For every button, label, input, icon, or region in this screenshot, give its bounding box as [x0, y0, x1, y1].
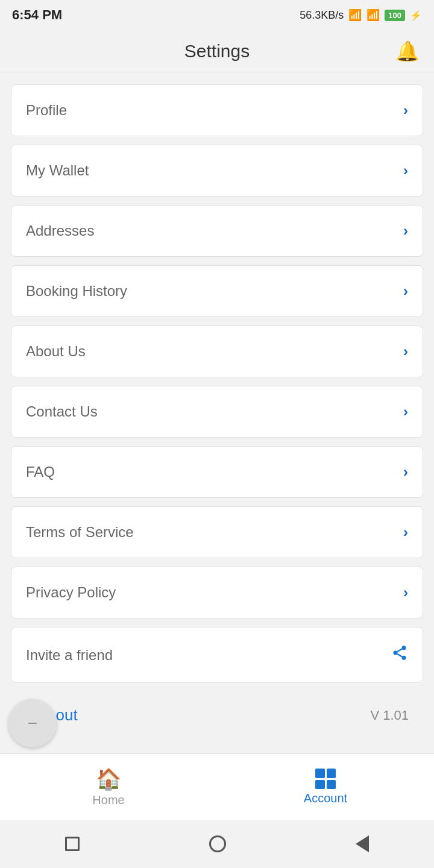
menu-item-label: Profile: [26, 102, 67, 119]
menu-item-booking-history[interactable]: Booking History›: [11, 265, 423, 317]
tab-account-label: Account: [304, 791, 347, 805]
menu-item-my-wallet[interactable]: My Wallet›: [11, 145, 423, 197]
menu-item-label: Addresses: [26, 222, 94, 239]
menu-item-faq[interactable]: FAQ›: [11, 446, 423, 498]
menu-item-label: Terms of Service: [26, 524, 134, 541]
version-text: V 1.01: [370, 708, 409, 723]
chevron-right-icon: ›: [403, 283, 408, 300]
status-time: 6:54 PM: [12, 7, 62, 23]
menu-item-about-us[interactable]: About Us›: [11, 326, 423, 377]
home-button[interactable]: [209, 835, 226, 852]
system-nav-bar: [0, 820, 434, 868]
chevron-right-icon: ›: [403, 222, 408, 239]
top-bar: Settings 🔔: [0, 30, 434, 72]
menu-list: Profile›My Wallet›Addresses›Booking Hist…: [11, 84, 423, 691]
svg-point-0: [402, 646, 406, 650]
tab-account[interactable]: Account: [217, 769, 434, 805]
account-grid-icon: [315, 769, 336, 789]
chevron-right-icon: ›: [403, 584, 408, 601]
logout-row: Log out V 1.01: [11, 691, 423, 731]
menu-item-label: Contact Us: [26, 403, 98, 420]
wifi-icon: 📶: [366, 8, 380, 22]
menu-item-terms-of-service[interactable]: Terms of Service›: [11, 506, 423, 558]
tab-home[interactable]: 🏠 Home: [0, 767, 217, 807]
share-icon: [391, 644, 408, 665]
menu-item-profile[interactable]: Profile›: [11, 84, 423, 136]
floating-action-button[interactable]: −: [8, 699, 57, 747]
svg-line-3: [397, 654, 402, 657]
menu-item-invite-a-friend[interactable]: Invite a friend: [11, 627, 423, 683]
charging-icon: ⚡: [410, 10, 422, 21]
speed-indicator: 56.3KB/s: [300, 9, 344, 22]
chevron-right-icon: ›: [403, 403, 408, 420]
back-button[interactable]: [356, 835, 369, 852]
recent-apps-button[interactable]: [65, 837, 80, 851]
status-bar: 6:54 PM 56.3KB/s 📶 📶 100 ⚡: [0, 0, 434, 30]
square-icon: [65, 837, 80, 851]
menu-item-label: FAQ: [26, 464, 55, 480]
network-icon: 📶: [348, 8, 362, 22]
menu-item-label: Invite a friend: [26, 647, 113, 664]
triangle-icon: [356, 835, 369, 852]
tab-home-label: Home: [92, 793, 124, 807]
chevron-right-icon: ›: [403, 464, 408, 480]
minus-icon: −: [28, 714, 37, 733]
svg-line-4: [397, 649, 402, 652]
menu-item-label: About Us: [26, 343, 86, 360]
menu-item-label: My Wallet: [26, 162, 89, 179]
chevron-right-icon: ›: [403, 343, 408, 360]
menu-item-privacy-policy[interactable]: Privacy Policy›: [11, 567, 423, 618]
chevron-right-icon: ›: [403, 102, 408, 119]
svg-point-1: [394, 651, 398, 655]
chevron-right-icon: ›: [403, 162, 408, 179]
bottom-tab-bar: 🏠 Home Account: [0, 753, 434, 820]
menu-item-contact-us[interactable]: Contact Us›: [11, 386, 423, 438]
status-icons: 56.3KB/s 📶 📶 100 ⚡: [300, 8, 422, 22]
notification-bell-icon[interactable]: 🔔: [395, 40, 420, 63]
svg-point-2: [402, 656, 406, 660]
chevron-right-icon: ›: [403, 524, 408, 541]
menu-item-label: Booking History: [26, 283, 127, 300]
menu-item-addresses[interactable]: Addresses›: [11, 205, 423, 257]
home-icon: 🏠: [96, 767, 121, 791]
settings-content: Profile›My Wallet›Addresses›Booking Hist…: [0, 72, 434, 753]
page-title: Settings: [184, 41, 250, 61]
battery-icon: 100: [385, 10, 405, 21]
circle-icon: [209, 835, 226, 852]
menu-item-label: Privacy Policy: [26, 584, 116, 601]
